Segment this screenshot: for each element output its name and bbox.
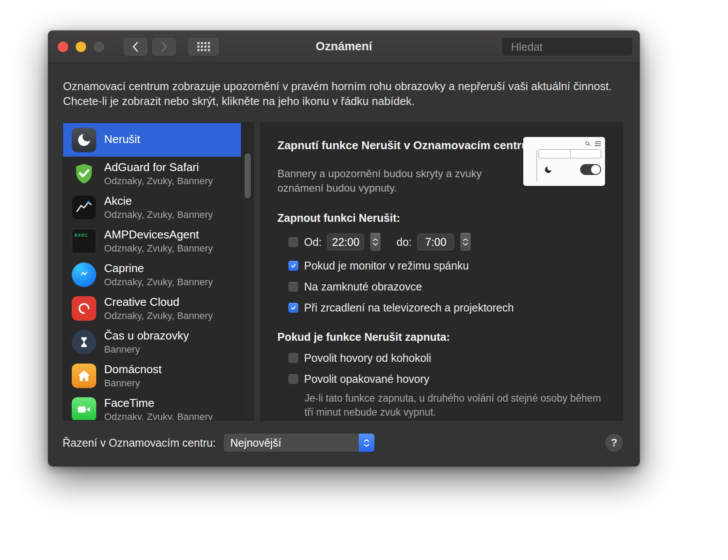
stepper-up-icon [463,238,468,241]
stocks-icon [72,195,96,220]
to-label: do: [396,236,412,248]
home-icon [72,364,96,388]
option-label: Povolit hovory od kohokoli [304,352,431,364]
sidebar-item-nerusit[interactable]: Nerušit [63,123,241,157]
do-not-disturb-panel: Zapnutí funkce Nerušit v Oznamovacím cen… [260,122,623,420]
chevron-down-icon [364,444,369,447]
schedule-range-row: Od: 22:00 do: 7:00 [288,233,606,251]
panel-description: Bannery a upozornění budou skryty a zvuk… [277,166,483,195]
option-label: Při zrcadlení na televizorech a projekto… [304,301,514,314]
option-label: Povolit opakované hovory [304,373,429,385]
sort-select-value: Nejnovější [230,437,281,449]
sidebar-item-akcie[interactable]: AkcieOdznaky, Zvuky, Bannery [63,190,241,224]
app-list: Nerušit AdGuard for SafariOdznaky, Zvuky… [63,122,254,420]
exec-icon: exec [72,229,96,253]
mini-sidebar-divider [536,150,537,182]
from-label: Od: [304,236,322,248]
to-time-field[interactable]: 7:00 [417,234,454,250]
schedule-section-label: Zapnout funkci Nerušit: [277,212,606,224]
mirroring-checkbox[interactable] [288,303,298,313]
mini-tabs [539,149,601,158]
creative-cloud-icon [72,296,96,321]
sidebar-item-facetime[interactable]: FaceTimeOdznaky, Zvuky, Bannery [63,392,241,420]
help-button[interactable]: ? [605,434,623,452]
to-time-stepper[interactable] [460,233,471,251]
show-all-button[interactable] [188,38,219,56]
option-label: Na zamknuté obrazovce [304,280,422,293]
close-button[interactable] [58,42,68,52]
schedule-range-checkbox[interactable] [288,237,298,247]
scrollbar-track-divider [241,123,242,420]
messenger-icon [72,262,96,287]
check-icon [290,262,297,269]
sort-label: Řazení v Oznamovacím centru: [63,437,216,449]
zoom-button[interactable] [94,42,104,52]
minimize-button[interactable] [76,42,86,52]
search-field[interactable] [501,37,633,56]
from-time-field[interactable]: 22:00 [327,234,364,250]
forward-button[interactable] [152,38,176,56]
mini-list-icon [595,141,601,147]
stepper-up-icon [373,238,378,241]
calls-anyone-checkbox[interactable] [288,353,298,363]
mini-toggle [580,164,601,175]
option-row-display-sleep: Pokud je monitor v režimu spánku [288,259,606,272]
moon-icon [72,128,96,152]
mini-moon-icon [544,165,553,174]
titlebar: Oznámení [48,31,640,63]
chevron-up-icon [364,439,369,442]
preferences-window: Oznámení Oznamovací centrum zobrazuje up… [48,31,640,466]
repeated-calls-checkbox[interactable] [288,374,298,384]
sort-select[interactable]: Nejnovější [224,434,374,452]
locked-screen-checkbox[interactable] [288,282,298,292]
shield-icon [72,161,96,186]
from-time-stepper[interactable] [370,233,381,251]
hourglass-icon [72,330,96,354]
window-controls [58,42,104,52]
footer: Řazení v Oznamovacím centru: Nejnovější … [63,434,623,452]
grid-icon [197,42,210,51]
option-row-repeated-calls: Povolit opakované hovory [288,373,606,385]
stepper-down-icon [373,243,378,245]
sidebar-item-adguard[interactable]: AdGuard for SafariOdznaky, Zvuky, Banner… [63,157,241,190]
sidebar-item-caprine[interactable]: CaprineOdznaky, Zvuky, Bannery [63,258,241,291]
back-button[interactable] [123,38,148,56]
sidebar-item-domacnost[interactable]: DomácnostBannery [63,359,241,392]
search-input[interactable] [511,41,652,53]
sidebar-item-cas-u-obrazovky[interactable]: Čas u obrazovkyBannery [63,325,241,359]
option-label: Pokud je monitor v režimu spánku [304,259,469,272]
display-sleep-checkbox[interactable] [288,261,298,271]
sidebar-item-ampdevicesagent[interactable]: exec AMPDevicesAgentOdznaky, Zvuky, Bann… [63,224,241,258]
chevron-right-icon [160,41,168,53]
option-row-mirroring: Při zrcadlení na televizorech a projekto… [288,301,606,314]
sidebar-item-creative-cloud[interactable]: Creative CloudOdznaky, Zvuky, Bannery [63,291,241,325]
when-on-section-label: Pokud je funkce Nerušit zapnuta: [277,331,606,343]
stepper-down-icon [463,243,468,245]
facetime-icon [72,397,96,421]
option-row-calls-anyone: Povolit hovory od kohokoli [288,352,606,364]
sidebar-scrollbar[interactable] [245,154,251,198]
mini-search-icon [585,141,591,147]
notification-center-illustration [523,137,605,186]
option-row-locked-screen: Na zamknuté obrazovce [288,280,606,293]
intro-text: Oznamovací centrum zobrazuje upozornění … [63,79,627,108]
chevron-left-icon [131,41,140,53]
check-icon [290,304,297,311]
select-chevrons [359,434,374,452]
repeated-calls-note: Je-li tato funkce zapnuta, u druhého vol… [304,391,606,419]
